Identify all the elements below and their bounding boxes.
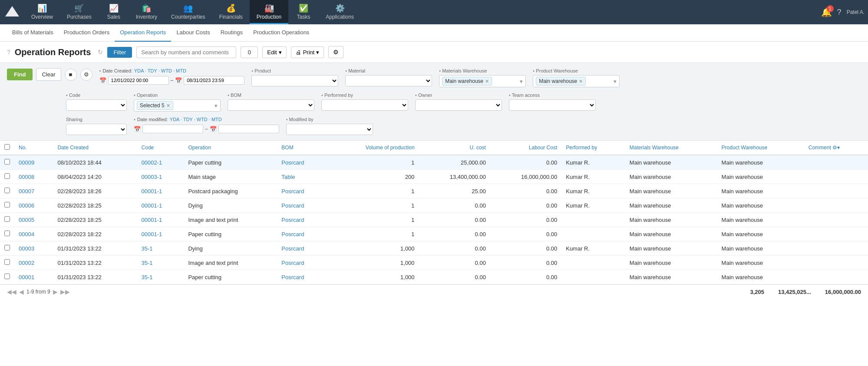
col-no[interactable]: No. [14, 141, 53, 155]
col-materials-wh[interactable]: Materials Warehouse [625, 141, 717, 155]
row-checkbox[interactable] [4, 245, 10, 251]
row-bom[interactable]: Posrcard [277, 227, 327, 241]
nav-tasks[interactable]: ✅ Tasks [288, 0, 319, 24]
row-code-link[interactable]: 00002-1 [142, 159, 162, 166]
row-code-link[interactable]: 35-1 [142, 274, 153, 280]
row-bom[interactable]: Posrcard [277, 198, 327, 213]
print-button[interactable]: 🖨 Print ▾ [291, 46, 324, 58]
bom-select[interactable] [228, 99, 314, 111]
row-code[interactable]: 35-1 [137, 256, 184, 270]
row-no-link[interactable]: 00005 [19, 217, 34, 223]
filter-button[interactable]: Filter [107, 47, 132, 58]
col-operation[interactable]: Operation [184, 141, 277, 155]
nav-financials[interactable]: 💰 Financials [212, 0, 250, 24]
row-bom[interactable]: Table [277, 170, 327, 184]
row-checkbox-cell[interactable] [0, 213, 14, 227]
product-select[interactable] [251, 75, 338, 86]
operation-clear[interactable]: ✕ [166, 103, 170, 109]
row-bom-link[interactable]: Posrcard [281, 274, 304, 280]
row-no[interactable]: 00006 [14, 198, 53, 213]
row-bom-link[interactable]: Table [281, 174, 295, 180]
materials-wh-chevron[interactable]: ▾ [520, 78, 523, 85]
row-checkbox-cell[interactable] [0, 270, 14, 284]
row-bom-link[interactable]: Posrcard [281, 217, 304, 223]
row-checkbox-cell[interactable] [0, 155, 14, 170]
row-checkbox[interactable] [4, 159, 10, 165]
app-logo[interactable] [3, 3, 21, 21]
row-no[interactable]: 00003 [14, 241, 53, 256]
team-access-select[interactable] [509, 99, 596, 111]
row-no[interactable]: 00004 [14, 227, 53, 241]
row-code[interactable]: 00002-1 [137, 155, 184, 170]
nav-inventory[interactable]: 🛍️ Inventory [129, 0, 164, 24]
first-page-btn[interactable]: ◀◀ [7, 288, 17, 295]
row-no[interactable]: 00002 [14, 256, 53, 270]
notification-bell[interactable]: 🔔 1 [821, 7, 832, 17]
col-date-created[interactable]: Date Created [53, 141, 137, 155]
row-checkbox-cell[interactable] [0, 256, 14, 270]
row-code-link[interactable]: 35-1 [142, 260, 153, 266]
row-code[interactable]: 00001-1 [137, 184, 184, 198]
material-select[interactable] [345, 75, 432, 86]
col-product-wh[interactable]: Product Warehouse [717, 141, 804, 155]
row-code[interactable]: 00001-1 [137, 227, 184, 241]
row-no-link[interactable]: 00002 [19, 260, 34, 266]
nav-overview[interactable]: 📊 Overview [24, 0, 60, 24]
subnav-operation-reports[interactable]: Operation Reports [115, 24, 171, 42]
nav-production[interactable]: 🏭 Production [250, 0, 288, 24]
date-modified-from[interactable] [142, 125, 203, 133]
row-checkbox[interactable] [4, 274, 10, 279]
row-code-link[interactable]: 00001-1 [142, 231, 162, 237]
row-bom[interactable]: Posrcard [277, 155, 327, 170]
subnav-labour-costs[interactable]: Labour Costs [171, 24, 215, 42]
nav-purchases[interactable]: 🛒 Purchases [60, 0, 99, 24]
row-bom[interactable]: Posrcard [277, 256, 327, 270]
subnav-production-operations[interactable]: Production Operations [248, 24, 314, 42]
subnav-routings[interactable]: Routings [215, 24, 248, 42]
col-settings-icon[interactable]: ⚙▾ [832, 145, 840, 151]
owner-select[interactable] [415, 99, 502, 111]
row-no[interactable]: 00005 [14, 213, 53, 227]
row-bom-link[interactable]: Posrcard [281, 231, 304, 237]
settings-filter-btn[interactable]: ⚙ [80, 69, 92, 81]
row-bom-link[interactable]: Posrcard [281, 202, 304, 209]
date-to-input[interactable] [184, 76, 244, 85]
nav-counterparties[interactable]: 👥 Counterparties [164, 0, 212, 24]
nav-sales[interactable]: 📈 Sales [99, 0, 129, 24]
modified-by-select[interactable] [286, 124, 373, 135]
row-no-link[interactable]: 00004 [19, 231, 34, 237]
row-code-link[interactable]: 00001-1 [142, 188, 162, 195]
row-checkbox[interactable] [4, 188, 10, 193]
row-checkbox-cell[interactable] [0, 241, 14, 256]
row-bom-link[interactable]: Posrcard [281, 188, 304, 195]
row-no[interactable]: 00009 [14, 155, 53, 170]
row-no-link[interactable]: 00007 [19, 188, 34, 195]
col-code[interactable]: Code [137, 141, 184, 155]
performed-by-select[interactable] [321, 99, 408, 111]
date-from-input[interactable] [108, 76, 169, 85]
subnav-production-orders[interactable]: Production Orders [59, 24, 115, 42]
next-page-btn[interactable]: ▶ [53, 288, 58, 295]
edit-button[interactable]: Edit ▾ [262, 46, 286, 58]
row-bom-link[interactable]: Posrcard [281, 260, 304, 266]
find-button[interactable]: Find [7, 69, 33, 80]
row-checkbox[interactable] [4, 231, 10, 236]
row-checkbox-cell[interactable] [0, 184, 14, 198]
settings-button[interactable]: ⚙ [328, 46, 343, 58]
row-checkbox[interactable] [4, 173, 10, 179]
clear-button[interactable]: Clear [36, 68, 61, 81]
row-bom-link[interactable]: Posrcard [281, 245, 304, 252]
header-checkbox-cell[interactable] [0, 141, 14, 155]
row-checkbox[interactable] [4, 202, 10, 208]
col-performed-by[interactable]: Performed by [561, 141, 625, 155]
product-warehouse-clear[interactable]: ✕ [579, 79, 583, 84]
row-code[interactable]: 00001-1 [137, 213, 184, 227]
col-ucost[interactable]: U. cost [419, 141, 490, 155]
col-volume[interactable]: Volume of production [327, 141, 419, 155]
row-checkbox-cell[interactable] [0, 198, 14, 213]
row-no-link[interactable]: 00009 [19, 159, 34, 166]
sharing-select[interactable] [66, 124, 127, 135]
row-checkbox[interactable] [4, 259, 10, 265]
row-no[interactable]: 00008 [14, 170, 53, 184]
row-code[interactable]: 00001-1 [137, 198, 184, 213]
